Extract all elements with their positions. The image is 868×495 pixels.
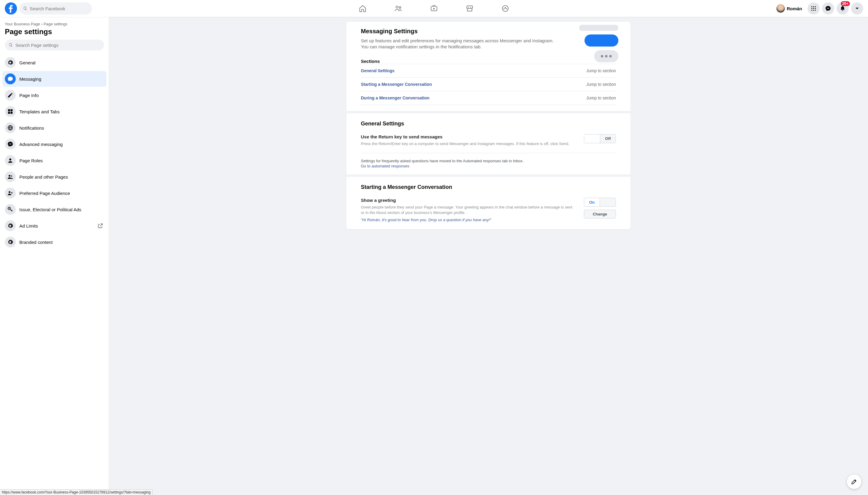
svg-point-11 [812,8,812,9]
svg-point-25 [9,191,11,193]
loading-preview [579,25,618,62]
sidebar-item-label: Templates and Tabs [19,109,59,114]
svg-point-5 [505,7,506,8]
setting-show-greeting: Show a greeting Greet people before they… [361,196,616,223]
section-link-label[interactable]: Starting a Messenger Conversation [361,82,432,87]
sidebar-item-pageinfo[interactable]: Page Info [2,87,106,103]
sidebar-item-advanced-messaging[interactable]: Advanced messaging [2,136,106,152]
messenger-button[interactable] [822,2,834,15]
compose-fab[interactable] [847,475,861,489]
sidebar-item-branded-content[interactable]: Branded content [2,234,106,250]
section-link-general[interactable]: General Settings Jump to section [361,64,616,78]
sidebar-item-preferred-audience[interactable]: Preferred Page Audience [2,185,106,201]
profile-name: Román [787,6,802,11]
jump-to-section[interactable]: Jump to section [586,82,616,87]
breadcrumb-current: Page settings [44,22,67,26]
globe-icon [7,125,13,131]
sidebar-item-label: Notifications [19,125,44,131]
jump-to-section[interactable]: Jump to section [586,68,616,73]
settings-card: Messaging Settings Set up features and e… [346,22,630,229]
skeleton-typing [594,50,618,62]
breadcrumb-page-link[interactable]: Your Business Page [5,22,40,26]
setting-desc: Press the Return/Enter key on a computer… [361,141,577,147]
sidebar-item-general[interactable]: General [2,55,106,70]
section-link-starting[interactable]: Starting a Messenger Conversation Jump t… [361,78,616,91]
svg-point-16 [815,10,816,11]
jump-to-section[interactable]: Jump to section [586,96,616,100]
messaging-settings-desc: Set up features and edit preferences for… [361,38,554,50]
sidebar-item-people-pages[interactable]: People and other Pages [2,169,106,185]
profile-chip[interactable]: Román [775,3,805,14]
facebook-logo[interactable] [5,2,17,15]
svg-rect-18 [11,109,13,112]
svg-point-27 [9,208,10,209]
people-icon [394,4,402,12]
setting-desc: Greet people before they send your Page … [361,205,577,215]
audience-icon [7,190,13,196]
nav-home[interactable] [346,0,379,17]
people-icon [7,174,13,180]
watch-icon [430,4,438,12]
return-key-toggle[interactable]: Off [584,134,616,143]
nav-groups[interactable] [489,0,522,17]
svg-point-23 [9,175,11,177]
edit-icon [851,478,857,485]
global-search[interactable] [19,2,92,15]
sidebar-item-label: People and other Pages [19,174,68,180]
sidebar-item-notifications[interactable]: Notifications [2,120,106,136]
key-icon [7,206,13,212]
sidebar-item-label: Advanced messaging [19,142,63,147]
svg-point-9 [813,6,814,7]
go-to-automated-responses-link[interactable]: Go to automated responses [361,164,616,168]
menu-button[interactable] [807,2,820,15]
sidebar: Your Business Page › Page settings Page … [0,17,109,495]
sidebar-item-ad-limits[interactable]: Ad Limits [2,218,106,234]
greeting-toggle[interactable]: On [584,198,616,207]
svg-rect-19 [8,112,10,114]
starting-conversation-block: Starting a Messenger Conversation Show a… [346,174,630,229]
sidebar-search[interactable] [5,39,104,50]
chat-icon [7,76,13,82]
section-link-label[interactable]: During a Messenger Conversation [361,96,429,100]
grid-icon [811,5,817,12]
sidebar-item-label: Page Roles [19,158,43,163]
notifications-button[interactable]: 20+ [837,2,849,15]
svg-point-6 [504,8,505,9]
svg-point-22 [10,158,12,160]
gear-icon [7,223,13,229]
messenger-icon [7,141,13,147]
section-link-label[interactable]: General Settings [361,68,394,73]
groups-icon [501,4,509,12]
global-search-input[interactable] [30,6,88,11]
nav-friends[interactable] [382,0,415,17]
nav-watch[interactable] [418,0,450,17]
greeting-sample-text: "Hi Román, it's good to hear from you. D… [361,218,577,222]
svg-point-13 [815,8,816,9]
chevron-down-icon [854,5,860,12]
setting-title: Show a greeting [361,198,577,203]
sidebar-item-page-roles[interactable]: Page Roles [2,153,106,168]
starting-heading: Starting a Messenger Conversation [361,184,616,190]
sidebar-item-messaging[interactable]: Messaging [2,71,106,87]
sidebar-item-political-ads[interactable]: Issue, Electoral or Political Ads [2,202,106,217]
sidebar-title: Page settings [2,28,106,36]
svg-point-2 [399,7,401,8]
messenger-icon [825,5,831,12]
toggle-state: On [584,198,600,206]
breadcrumb: Your Business Page › Page settings [2,22,106,26]
sidebar-item-label: Preferred Page Audience [19,191,70,196]
section-link-during[interactable]: During a Messenger Conversation Jump to … [361,91,616,105]
svg-point-8 [812,6,812,7]
pencil-icon [7,92,13,98]
sidebar-nav: General Messaging Page Info Templates an… [2,55,106,250]
svg-point-24 [11,175,12,176]
account-dropdown[interactable] [851,2,863,15]
sidebar-item-label: General [19,60,35,65]
general-settings-heading: General Settings [361,121,616,127]
nav-marketplace[interactable] [453,0,486,17]
gear-icon [7,239,13,245]
sidebar-search-input[interactable] [15,42,100,48]
sidebar-item-templates[interactable]: Templates and Tabs [2,104,106,119]
change-greeting-button[interactable]: Change [584,210,616,219]
svg-point-1 [396,6,398,8]
